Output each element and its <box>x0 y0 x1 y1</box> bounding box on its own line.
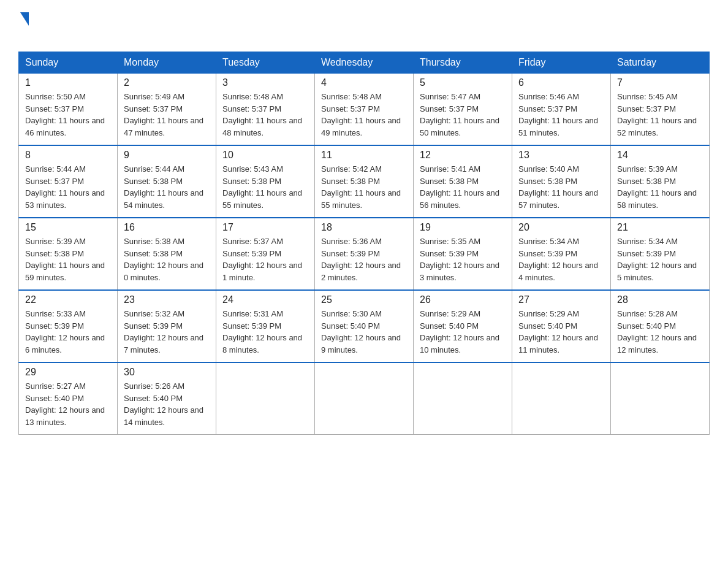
day-info: Sunrise: 5:30 AMSunset: 5:40 PMDaylight:… <box>321 308 407 356</box>
calendar-day-cell <box>611 362 710 435</box>
day-info: Sunrise: 5:26 AMSunset: 5:40 PMDaylight:… <box>124 380 210 428</box>
day-info: Sunrise: 5:34 AMSunset: 5:39 PMDaylight:… <box>518 236 604 283</box>
day-number: 9 <box>124 150 210 161</box>
day-info: Sunrise: 5:46 AMSunset: 5:37 PMDaylight:… <box>518 91 604 139</box>
calendar-day-cell: 10Sunrise: 5:43 AMSunset: 5:38 PMDayligh… <box>216 145 315 218</box>
calendar-week-row: 29Sunrise: 5:27 AMSunset: 5:40 PMDayligh… <box>19 362 710 435</box>
day-number: 6 <box>518 77 604 88</box>
calendar-day-cell: 20Sunrise: 5:34 AMSunset: 5:39 PMDayligh… <box>512 218 611 290</box>
logo <box>18 12 29 45</box>
weekday-header-sunday: Sunday <box>19 52 118 74</box>
calendar-day-cell: 21Sunrise: 5:34 AMSunset: 5:39 PMDayligh… <box>611 218 710 290</box>
calendar-header-row: SundayMondayTuesdayWednesdayThursdayFrid… <box>19 52 710 74</box>
day-info: Sunrise: 5:27 AMSunset: 5:40 PMDaylight:… <box>25 380 111 428</box>
day-number: 19 <box>420 222 506 233</box>
day-info: Sunrise: 5:45 AMSunset: 5:37 PMDaylight:… <box>617 91 703 139</box>
day-number: 5 <box>420 77 506 88</box>
day-number: 26 <box>420 294 506 305</box>
calendar-day-cell: 16Sunrise: 5:38 AMSunset: 5:38 PMDayligh… <box>118 218 216 290</box>
calendar-day-cell <box>512 362 611 435</box>
day-number: 18 <box>321 222 407 233</box>
day-info: Sunrise: 5:39 AMSunset: 5:38 PMDaylight:… <box>25 236 111 283</box>
day-info: Sunrise: 5:29 AMSunset: 5:40 PMDaylight:… <box>518 308 604 356</box>
day-info: Sunrise: 5:37 AMSunset: 5:39 PMDaylight:… <box>222 236 308 283</box>
day-number: 23 <box>124 294 210 305</box>
day-number: 8 <box>25 150 111 161</box>
calendar-day-cell: 9Sunrise: 5:44 AMSunset: 5:38 PMDaylight… <box>118 145 216 218</box>
day-number: 1 <box>25 77 111 88</box>
logo-triangle-icon <box>20 12 29 26</box>
day-info: Sunrise: 5:38 AMSunset: 5:38 PMDaylight:… <box>124 236 210 283</box>
calendar-day-cell: 24Sunrise: 5:31 AMSunset: 5:39 PMDayligh… <box>216 290 315 362</box>
day-info: Sunrise: 5:48 AMSunset: 5:37 PMDaylight:… <box>321 91 407 139</box>
calendar-day-cell: 4Sunrise: 5:48 AMSunset: 5:37 PMDaylight… <box>315 74 414 146</box>
weekday-header-wednesday: Wednesday <box>315 52 414 74</box>
day-info: Sunrise: 5:31 AMSunset: 5:39 PMDaylight:… <box>222 308 308 356</box>
calendar-day-cell: 6Sunrise: 5:46 AMSunset: 5:37 PMDaylight… <box>512 74 611 146</box>
day-info: Sunrise: 5:35 AMSunset: 5:39 PMDaylight:… <box>420 236 506 283</box>
day-number: 12 <box>420 150 506 161</box>
weekday-header-monday: Monday <box>118 52 216 74</box>
day-number: 11 <box>321 150 407 161</box>
day-info: Sunrise: 5:29 AMSunset: 5:40 PMDaylight:… <box>420 308 506 356</box>
day-info: Sunrise: 5:42 AMSunset: 5:38 PMDaylight:… <box>321 163 407 211</box>
calendar-day-cell: 13Sunrise: 5:40 AMSunset: 5:38 PMDayligh… <box>512 145 611 218</box>
calendar-day-cell: 11Sunrise: 5:42 AMSunset: 5:38 PMDayligh… <box>315 145 414 218</box>
calendar-day-cell: 15Sunrise: 5:39 AMSunset: 5:38 PMDayligh… <box>19 218 118 290</box>
calendar-week-row: 1Sunrise: 5:50 AMSunset: 5:37 PMDaylight… <box>19 74 710 146</box>
calendar-day-cell: 18Sunrise: 5:36 AMSunset: 5:39 PMDayligh… <box>315 218 414 290</box>
calendar-day-cell <box>414 362 512 435</box>
day-info: Sunrise: 5:47 AMSunset: 5:37 PMDaylight:… <box>420 91 506 139</box>
day-number: 28 <box>617 294 703 305</box>
calendar-day-cell: 22Sunrise: 5:33 AMSunset: 5:39 PMDayligh… <box>19 290 118 362</box>
calendar-week-row: 22Sunrise: 5:33 AMSunset: 5:39 PMDayligh… <box>19 290 710 362</box>
calendar-day-cell: 8Sunrise: 5:44 AMSunset: 5:37 PMDaylight… <box>19 145 118 218</box>
day-number: 4 <box>321 77 407 88</box>
calendar-day-cell: 19Sunrise: 5:35 AMSunset: 5:39 PMDayligh… <box>414 218 512 290</box>
calendar-week-row: 15Sunrise: 5:39 AMSunset: 5:38 PMDayligh… <box>19 218 710 290</box>
day-number: 30 <box>124 367 210 378</box>
weekday-header-saturday: Saturday <box>611 52 710 74</box>
calendar-day-cell: 29Sunrise: 5:27 AMSunset: 5:40 PMDayligh… <box>19 362 118 435</box>
calendar-day-cell: 30Sunrise: 5:26 AMSunset: 5:40 PMDayligh… <box>118 362 216 435</box>
day-info: Sunrise: 5:44 AMSunset: 5:37 PMDaylight:… <box>25 163 111 211</box>
day-number: 29 <box>25 367 111 378</box>
calendar-week-row: 8Sunrise: 5:44 AMSunset: 5:37 PMDaylight… <box>19 145 710 218</box>
day-info: Sunrise: 5:50 AMSunset: 5:37 PMDaylight:… <box>25 91 111 139</box>
day-number: 25 <box>321 294 407 305</box>
weekday-header-tuesday: Tuesday <box>216 52 315 74</box>
day-info: Sunrise: 5:39 AMSunset: 5:38 PMDaylight:… <box>617 163 703 211</box>
page-header <box>18 12 710 45</box>
day-info: Sunrise: 5:43 AMSunset: 5:38 PMDaylight:… <box>222 163 308 211</box>
calendar-day-cell: 7Sunrise: 5:45 AMSunset: 5:37 PMDaylight… <box>611 74 710 146</box>
calendar-day-cell: 25Sunrise: 5:30 AMSunset: 5:40 PMDayligh… <box>315 290 414 362</box>
day-info: Sunrise: 5:40 AMSunset: 5:38 PMDaylight:… <box>518 163 604 211</box>
day-number: 14 <box>617 150 703 161</box>
day-info: Sunrise: 5:36 AMSunset: 5:39 PMDaylight:… <box>321 236 407 283</box>
day-info: Sunrise: 5:48 AMSunset: 5:37 PMDaylight:… <box>222 91 308 139</box>
weekday-header-friday: Friday <box>512 52 611 74</box>
day-number: 27 <box>518 294 604 305</box>
calendar-table: SundayMondayTuesdayWednesdayThursdayFrid… <box>18 52 710 435</box>
day-info: Sunrise: 5:32 AMSunset: 5:39 PMDaylight:… <box>124 308 210 356</box>
calendar-day-cell: 26Sunrise: 5:29 AMSunset: 5:40 PMDayligh… <box>414 290 512 362</box>
day-number: 24 <box>222 294 308 305</box>
day-info: Sunrise: 5:44 AMSunset: 5:38 PMDaylight:… <box>124 163 210 211</box>
calendar-day-cell: 3Sunrise: 5:48 AMSunset: 5:37 PMDaylight… <box>216 74 315 146</box>
day-info: Sunrise: 5:49 AMSunset: 5:37 PMDaylight:… <box>124 91 210 139</box>
calendar-day-cell: 27Sunrise: 5:29 AMSunset: 5:40 PMDayligh… <box>512 290 611 362</box>
calendar-day-cell: 28Sunrise: 5:28 AMSunset: 5:40 PMDayligh… <box>611 290 710 362</box>
calendar-day-cell <box>216 362 315 435</box>
day-number: 13 <box>518 150 604 161</box>
day-number: 2 <box>124 77 210 88</box>
day-number: 22 <box>25 294 111 305</box>
day-info: Sunrise: 5:28 AMSunset: 5:40 PMDaylight:… <box>617 308 703 356</box>
calendar-day-cell: 1Sunrise: 5:50 AMSunset: 5:37 PMDaylight… <box>19 74 118 146</box>
calendar-day-cell: 17Sunrise: 5:37 AMSunset: 5:39 PMDayligh… <box>216 218 315 290</box>
day-number: 10 <box>222 150 308 161</box>
day-number: 3 <box>222 77 308 88</box>
day-info: Sunrise: 5:34 AMSunset: 5:39 PMDaylight:… <box>617 236 703 283</box>
calendar-day-cell: 12Sunrise: 5:41 AMSunset: 5:38 PMDayligh… <box>414 145 512 218</box>
calendar-day-cell: 14Sunrise: 5:39 AMSunset: 5:38 PMDayligh… <box>611 145 710 218</box>
calendar-day-cell <box>315 362 414 435</box>
